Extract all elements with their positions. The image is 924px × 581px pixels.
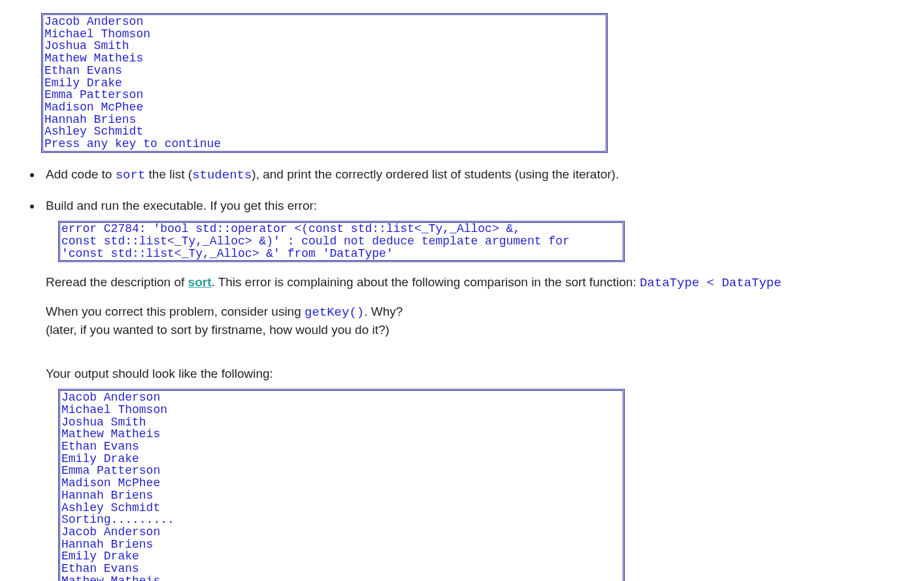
list-item: Jacob Anderson Michael Thomson Joshua Sm… (25, 13, 911, 153)
paragraph: Reread the description of sort. This err… (46, 274, 911, 292)
paragraph: Your output should look like the followi… (46, 365, 911, 383)
para-text-post: . Why? (364, 305, 403, 318)
paragraph-continued: (later, if you wanted to sort by firstna… (46, 322, 911, 339)
code-comparison: DataType < DataType (640, 276, 782, 290)
bullet-text-mid: the list ( (145, 167, 192, 181)
code-sort: sort (116, 168, 146, 182)
list-item: Add code to sort the list (students), an… (42, 166, 911, 184)
instruction-list: Jacob Anderson Michael Thomson Joshua Sm… (13, 13, 911, 581)
bullet-text-post: ), and print the correctly ordered list … (252, 167, 619, 181)
bullet-text-pre: Add code to (46, 167, 116, 181)
sort-link[interactable]: sort (188, 275, 212, 289)
output-box-1: Jacob Anderson Michael Thomson Joshua Sm… (41, 13, 608, 153)
list-item: Build and run the executable. If you get… (42, 197, 911, 582)
code-students: students (192, 168, 252, 182)
bullet-text: Build and run the executable. If you get… (46, 199, 317, 212)
error-box: error C2784: 'bool std::operator <(const… (58, 221, 625, 262)
para-text-pre: Reread the description of (46, 275, 188, 289)
para-text-mid: . This error is complaining about the fo… (211, 275, 639, 289)
code-getkey: getKey() (305, 305, 364, 320)
para-text-pre: When you correct this problem, consider … (46, 305, 305, 318)
paragraph: When you correct this problem, consider … (46, 303, 911, 322)
output-box-2: Jacob Anderson Michael Thomson Joshua Sm… (58, 389, 625, 581)
